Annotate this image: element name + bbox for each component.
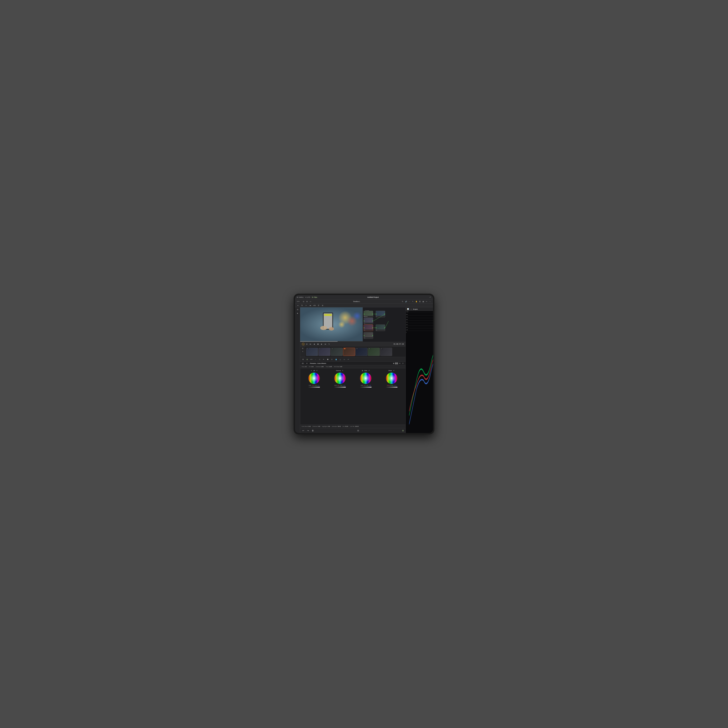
strip-01[interactable]: 01 <box>306 348 318 356</box>
gamma-bar[interactable] <box>334 387 346 387</box>
skip-back-icon[interactable]: ⏮ <box>309 343 312 345</box>
raw-tool[interactable]: ▭ <box>343 358 346 361</box>
nav-gallery[interactable]: ⊞ Gallery <box>297 297 304 298</box>
lum-mix-value[interactable]: 100.00 <box>355 426 358 427</box>
skip-icon[interactable]: ⏮ <box>309 304 312 307</box>
stop-icon[interactable]: ⏹ <box>317 343 319 345</box>
refresh-icon[interactable]: ↻ <box>401 300 404 303</box>
lift-wheel[interactable] <box>308 372 320 384</box>
strip-03[interactable]: 03 <box>331 348 343 356</box>
3d-lut-tool[interactable]: ↩ <box>347 358 350 361</box>
hue-value[interactable]: 50.00 <box>345 426 348 427</box>
color-tools-row: ⊞ ◎ HDR ⟋ ◇ ✒ ⬟ ⊙ 💧 △ ▭ ↩ <box>300 357 405 362</box>
media-pool-icon[interactable]: ⊟ <box>297 308 299 310</box>
film-icon[interactable]: ⊟ <box>357 430 359 432</box>
delete-button[interactable]: 🗑 <box>311 429 315 432</box>
share-icon[interactable]: ↗ <box>429 296 431 298</box>
node-06[interactable]: 06 <box>376 324 385 331</box>
node-03[interactable]: 03 <box>376 311 385 317</box>
grid2-icon[interactable]: ⊞ <box>321 304 324 307</box>
skip-fwd-icon[interactable]: ⏭ <box>324 343 327 345</box>
blur-tool[interactable]: 💧 <box>335 358 338 361</box>
color-mode-icon[interactable]: ✥ <box>306 362 308 364</box>
grid-icon[interactable]: ⊞ <box>306 300 308 303</box>
undo-button[interactable]: ↩ <box>301 429 305 432</box>
temp-value[interactable]: 0.0 <box>305 366 307 367</box>
color-boost-value[interactable]: 0.00 <box>308 426 311 427</box>
more-icon[interactable]: ··· <box>408 300 411 303</box>
scopes-graph-icon[interactable]: 📊 <box>407 308 409 310</box>
settings-icon[interactable]: ⊙ <box>402 362 404 364</box>
color-palette-icon[interactable]: ⊙ <box>402 430 404 432</box>
tracking-tool[interactable]: ⊙ <box>330 358 333 361</box>
lift-bar[interactable] <box>308 387 320 387</box>
bars-icon[interactable]: ▌▌▌ <box>396 362 398 364</box>
effects-icon[interactable]: ★ <box>297 312 299 314</box>
contrast-value[interactable]: 1.000 <box>321 366 324 367</box>
clip-icon[interactable]: ▦ <box>422 300 424 303</box>
highlights-value[interactable]: 0.00 <box>327 426 330 427</box>
gain-bar[interactable] <box>360 387 372 387</box>
auto-button[interactable]: A <box>301 362 304 364</box>
loop-icon[interactable]: ↻ <box>328 343 330 345</box>
list-icon[interactable]: ☰ <box>317 304 320 307</box>
view-icon[interactable]: ⊟ <box>302 300 305 303</box>
link-icon[interactable]: ⛓ <box>419 300 421 303</box>
gamma-wheel[interactable] <box>334 372 346 384</box>
hand-icon[interactable]: ✋ <box>415 300 418 303</box>
power-window-tool[interactable]: ⬟ <box>326 358 329 361</box>
timeline-media-icon[interactable]: ⊟ <box>301 347 304 350</box>
curves-tool[interactable]: ⟋ <box>314 358 317 361</box>
waveform-icon[interactable]: ≋ <box>399 362 401 364</box>
cut-icon[interactable]: ✂ <box>305 304 307 307</box>
layers-icon[interactable]: ⊞ <box>306 343 308 345</box>
hdr-tool[interactable]: HDR <box>310 358 313 361</box>
play-icon[interactable]: ▶ <box>320 343 323 345</box>
lift-add-icon[interactable]: + <box>310 369 312 372</box>
undo-icon[interactable]: ↩ <box>425 300 428 303</box>
color-wheel-tool[interactable]: ◎ <box>306 358 309 361</box>
prev-frame-icon[interactable]: ◀ <box>313 343 315 345</box>
strip-07[interactable]: 07 <box>380 348 392 356</box>
timeline-settings-icon[interactable]: ≡ <box>301 350 304 353</box>
audio-icon[interactable]: 🔊 <box>405 300 407 303</box>
gain-reset-icon[interactable]: ↺ <box>368 369 370 372</box>
strip-04[interactable]: 04 <box>343 348 355 356</box>
shadows-value[interactable]: 0.00 <box>318 426 320 427</box>
offset-bar[interactable] <box>386 387 398 387</box>
eyedropper-tool[interactable]: ✒ <box>322 358 325 361</box>
node-02[interactable]: 02 <box>364 318 373 324</box>
gain-add-icon[interactable]: ⊕ <box>361 369 364 372</box>
scopes-diamond-icon[interactable]: ◇ <box>410 308 412 310</box>
nav-clips[interactable]: ⊟ Clips <box>312 297 317 298</box>
mid-detail-value[interactable]: 0.00 <box>340 366 342 367</box>
key-tool[interactable]: △ <box>339 358 342 361</box>
more2-icon[interactable]: ··· <box>429 300 431 303</box>
node-05[interactable]: 05 <box>364 332 373 339</box>
color-tool-1[interactable]: ⊞ <box>301 358 304 361</box>
nav-luts[interactable]: ≡ LUTs <box>305 297 310 298</box>
redo-button[interactable]: ↪ <box>306 429 310 432</box>
pivot-value[interactable]: 0.435 <box>329 366 332 367</box>
tablet-frame: ⊞ Gallery ≡ LUTs ⊟ Clips Untitled Projec… <box>294 294 434 434</box>
offset-wheel[interactable] <box>385 372 398 384</box>
node-04[interactable]: 04 <box>364 324 373 331</box>
strip-05[interactable]: 05 <box>355 348 367 356</box>
lift-reset-icon[interactable]: ↺ <box>316 369 318 372</box>
progress-bar-container[interactable] <box>300 341 362 342</box>
ab-icon[interactable]: A/B <box>313 304 316 307</box>
fx-button[interactable]: fx <box>302 343 304 346</box>
swap-icon[interactable]: ⇅ <box>301 304 303 307</box>
tint-value[interactable]: 0.00 <box>311 366 314 367</box>
qualifier-tool[interactable]: ◇ <box>318 358 321 361</box>
offset-reset-icon[interactable]: ↺ <box>393 369 395 372</box>
strip-02[interactable]: 02 <box>318 348 330 356</box>
saturation-value[interactable]: 50.00 <box>338 426 341 427</box>
arrows-icon[interactable]: ⇔ <box>297 304 299 307</box>
strip-06[interactable]: 06 <box>368 348 380 356</box>
gain-wheel[interactable] <box>360 372 372 384</box>
scope-icon[interactable]: ◉ <box>393 362 395 364</box>
cursor-icon[interactable]: ↖ <box>412 300 414 303</box>
battery-icon[interactable]: ▭ <box>309 300 312 303</box>
gamma-reset-icon[interactable]: ↺ <box>341 369 344 372</box>
